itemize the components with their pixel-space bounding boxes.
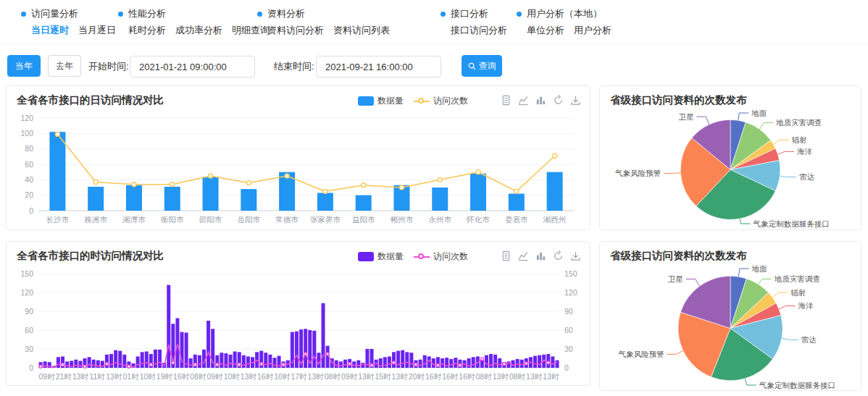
bar-chart-icon[interactable]	[535, 95, 546, 106]
province-interface-pie-card-2: 省级接口访问资料的次数发布 地面地质灾害调查辐射海洋雷达气象定制数据服务接口气象…	[599, 241, 861, 391]
bullet-icon	[257, 12, 262, 17]
svg-text:卫星: 卫星	[668, 274, 684, 283]
svg-text:08时: 08时	[325, 372, 341, 381]
refresh-icon[interactable]	[553, 250, 564, 261]
this-year-button[interactable]: 当年	[7, 55, 41, 77]
svg-text:湘潭市: 湘潭市	[122, 215, 146, 224]
svg-text:30: 30	[25, 345, 33, 353]
svg-text:60: 60	[564, 326, 573, 334]
svg-text:0: 0	[29, 363, 33, 372]
nav-group-users: 用户分析（本地） 单位分析 用户分析	[517, 7, 612, 37]
nav-group-visits: 访问量分析 当日逐时 当月逐日	[21, 7, 116, 37]
pie2-title: 省级接口访问资料的次数发布	[610, 249, 747, 263]
svg-text:11时: 11时	[89, 372, 105, 381]
svg-text:01时: 01时	[122, 372, 139, 381]
line-swatch-icon	[414, 96, 430, 106]
legend-item-data-volume[interactable]: 数据量	[358, 250, 404, 263]
svg-text:13时: 13时	[543, 372, 559, 381]
nav-item-user-analysis[interactable]: 用户分析	[574, 24, 612, 37]
svg-text:21时: 21时	[56, 372, 72, 381]
daily-chart-legend: 数据量 访问次数	[358, 95, 468, 107]
svg-text:地面: 地面	[751, 109, 767, 117]
start-time-label: 开始时间:	[88, 60, 129, 73]
search-button-label: 查询	[479, 56, 496, 76]
nav-item-interface-access-analysis[interactable]: 接口访问分析	[451, 24, 507, 37]
magnifier-icon	[468, 62, 476, 70]
end-time-label: 结束时间:	[274, 60, 314, 73]
bar-chart-icon[interactable]	[535, 250, 546, 261]
nav-group-performance: 性能分析 耗时分析 成功率分析 明细查询	[118, 7, 270, 37]
nav-group-label: 访问量分析	[31, 7, 78, 20]
bullet-icon	[517, 12, 522, 17]
nav-group-label: 用户分析（本地）	[527, 7, 602, 20]
line-chart-icon[interactable]	[518, 95, 529, 106]
svg-text:地质灾害调查: 地质灾害调查	[775, 118, 822, 127]
svg-text:09时: 09时	[206, 372, 223, 381]
svg-text:15时: 15时	[375, 372, 391, 381]
province-interface-pie-card-1: 省级接口访问资料的次数发布 地面地质灾害调查辐射海洋雷达气象定制数据服务接口气象…	[599, 85, 861, 230]
svg-text:雷达: 雷达	[799, 172, 814, 181]
hourly-chart-title: 全省各市接口的时访问情况对比	[17, 249, 164, 263]
svg-text:08时: 08时	[476, 372, 493, 381]
hourly-comparison-card: 全省各市接口的时访问情况对比 数据量 访问次数 0030306060909012…	[6, 241, 591, 386]
svg-text:16时: 16时	[442, 372, 459, 381]
line-swatch-icon	[414, 252, 430, 261]
svg-text:娄底市: 娄底市	[505, 215, 528, 224]
nav-item-unit-analysis[interactable]: 单位分析	[527, 24, 564, 37]
svg-text:永州市: 永州市	[429, 215, 452, 224]
svg-text:16时: 16时	[425, 372, 442, 381]
download-icon[interactable]	[570, 95, 581, 106]
data-view-icon[interactable]	[501, 250, 512, 261]
svg-text:0: 0	[564, 363, 569, 372]
end-time-input[interactable]	[316, 56, 441, 77]
nav-group-label: 接口分析	[451, 7, 488, 20]
legend-item-data-volume[interactable]: 数据量	[358, 95, 404, 107]
bar-swatch-icon	[358, 96, 374, 106]
svg-text:常德市: 常德市	[275, 215, 299, 224]
svg-text:13时: 13时	[106, 372, 122, 381]
svg-text:13时: 13时	[493, 372, 509, 381]
legend-label: 访问次数	[433, 95, 468, 107]
line-chart-icon[interactable]	[518, 250, 529, 261]
pie2-canvas: 地面地质灾害调查辐射海洋雷达气象定制数据服务接口气象风险预警卫星	[601, 262, 859, 389]
daily-chart-title: 全省各市接口的日访问情况对比	[17, 93, 164, 107]
legend-item-visit-count[interactable]: 访问次数	[414, 95, 468, 107]
svg-text:13时: 13时	[526, 372, 543, 381]
nav-item-success-rate[interactable]: 成功率分析	[175, 24, 222, 37]
nav-item-monthly-daily[interactable]: 当月逐日	[78, 24, 116, 37]
svg-text:80: 80	[25, 144, 33, 153]
download-icon[interactable]	[570, 250, 581, 261]
svg-text:13时: 13时	[308, 372, 325, 381]
nav-item-time-cost[interactable]: 耗时分析	[128, 24, 166, 37]
refresh-icon[interactable]	[553, 95, 564, 106]
legend-item-visit-count[interactable]: 访问次数	[414, 250, 468, 263]
nav-item-data-access-list[interactable]: 资料访问列表	[333, 24, 390, 37]
daily-comparison-card: 全省各市接口的日访问情况对比 数据量 访问次数 020406080100120长…	[6, 85, 591, 230]
svg-text:辐射: 辐射	[792, 135, 807, 144]
svg-text:120: 120	[564, 288, 577, 297]
nav-group-label: 资料分析	[267, 7, 305, 20]
chart-toolbox	[501, 250, 581, 261]
bar-swatch-icon	[358, 252, 374, 261]
last-year-button[interactable]: 去年	[48, 55, 81, 77]
hourly-chart-legend: 数据量 访问次数	[358, 250, 468, 263]
search-button[interactable]: 查询	[462, 55, 502, 77]
svg-text:地面: 地面	[751, 264, 767, 273]
svg-text:邵阳市: 邵阳市	[199, 215, 222, 224]
data-view-icon[interactable]	[501, 95, 512, 106]
svg-text:海洋: 海洋	[798, 301, 814, 310]
svg-text:60: 60	[25, 160, 33, 169]
svg-text:150: 150	[564, 269, 577, 278]
svg-text:郴州市: 郴州市	[391, 215, 414, 224]
svg-text:怀化市: 怀化市	[466, 215, 490, 224]
svg-text:雷达: 雷达	[801, 335, 817, 344]
nav-item-data-access-analysis[interactable]: 资料访问分析	[267, 24, 324, 37]
svg-text:张家界市: 张家界市	[310, 215, 341, 224]
svg-text:海洋: 海洋	[797, 147, 813, 156]
svg-text:90: 90	[564, 307, 573, 316]
bullet-icon	[118, 12, 123, 17]
nav-item-daily-hourly[interactable]: 当日逐时	[31, 24, 69, 37]
start-time-input[interactable]	[130, 56, 255, 77]
svg-text:20: 20	[25, 190, 33, 199]
legend-label: 数据量	[377, 250, 404, 263]
